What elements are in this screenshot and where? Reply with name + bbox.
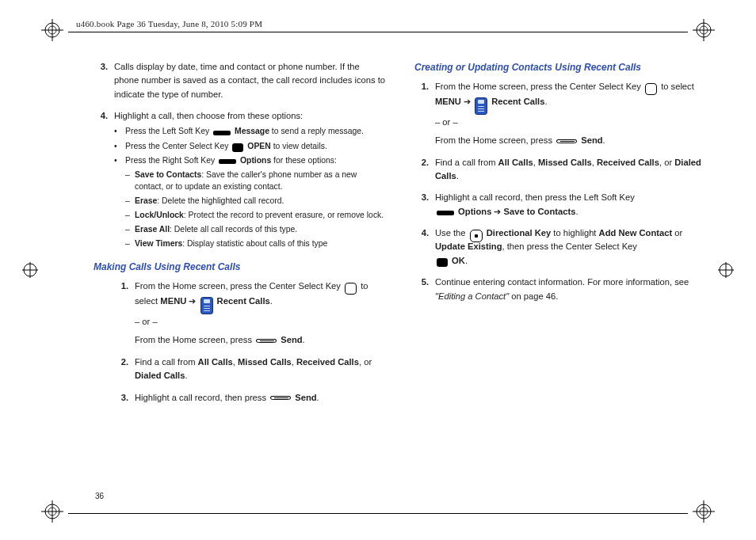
list-text: From the Home screen, press the Center S… bbox=[435, 80, 707, 148]
text: , or bbox=[659, 158, 674, 167]
dash-icon: – bbox=[125, 238, 135, 249]
bullet-item: • Press the Left Soft Key Message to sen… bbox=[114, 125, 386, 137]
list-item: 2. Find a call from All Calls, Missed Ca… bbox=[414, 156, 707, 184]
dash-icon: – bbox=[125, 195, 135, 207]
send-key-icon bbox=[556, 139, 577, 143]
list-item: 1. From the Home screen, press the Cente… bbox=[114, 280, 386, 348]
list-item: 2. Find a call from All Calls, Missed Ca… bbox=[114, 356, 386, 383]
left-soft-key-icon bbox=[213, 131, 231, 135]
recent-calls-app-icon bbox=[475, 97, 487, 115]
text: : Delete all call records of this type. bbox=[170, 225, 297, 234]
label: Directional Key bbox=[484, 228, 552, 238]
arrow-icon: ➔ bbox=[494, 207, 503, 216]
bullet-item: • Press the Center Select Key OPEN to vi… bbox=[114, 140, 386, 152]
bullet-icon: • bbox=[114, 154, 125, 166]
text: Save to Contacts: Save the caller's phon… bbox=[135, 169, 386, 192]
text: . bbox=[575, 207, 578, 216]
list-text: Find a call from All Calls, Missed Calls… bbox=[435, 156, 707, 184]
list-number: 2. bbox=[414, 156, 435, 184]
list-text: Use the Directional Key to highlight Add… bbox=[435, 226, 707, 268]
registration-mark-icon bbox=[693, 500, 715, 523]
list-item: 5. Continue entering contact information… bbox=[414, 276, 707, 303]
text: Press the Center Select Key bbox=[125, 142, 231, 150]
text: : Protect the record to prevent erasure,… bbox=[184, 211, 384, 219]
label: Message bbox=[232, 127, 269, 135]
text: . bbox=[465, 256, 468, 265]
text: to highlight bbox=[551, 228, 598, 238]
label: Erase All bbox=[135, 225, 170, 234]
list-item: 4. Use the Directional Key to highlight … bbox=[414, 226, 707, 268]
label: Send bbox=[578, 135, 602, 145]
list-text: Highlight a call record, then press the … bbox=[435, 191, 707, 219]
right-column: Creating or Updating Contacts Using Rece… bbox=[414, 60, 707, 489]
left-soft-key-icon bbox=[437, 211, 454, 215]
text: on page 46. bbox=[509, 291, 558, 301]
text: Lock/Unlock: Protect the record to preve… bbox=[135, 209, 386, 221]
list-number: 3. bbox=[414, 191, 435, 219]
dash-item: –Save to Contacts: Save the caller's pho… bbox=[125, 169, 386, 192]
label: OPEN bbox=[245, 142, 270, 150]
list-number: 2. bbox=[114, 356, 135, 383]
text: , or bbox=[359, 357, 372, 367]
print-footer-bar bbox=[41, 500, 715, 523]
rule-line bbox=[68, 513, 688, 514]
list-item: 4. Highlight a call, then choose from th… bbox=[94, 109, 386, 252]
list-text: From the Home screen, press the Center S… bbox=[135, 280, 386, 348]
registration-mark-icon bbox=[41, 19, 63, 41]
list-number: 5. bbox=[414, 276, 435, 303]
center-select-key-icon bbox=[645, 83, 657, 95]
text: Press the Right Soft Key bbox=[125, 156, 217, 165]
label: View Timers bbox=[135, 239, 182, 248]
text: Press the Left Soft Key bbox=[125, 127, 212, 135]
left-column: 3. Calls display by date, time and conta… bbox=[94, 60, 386, 489]
bullet-item: • Press the Right Soft Key Options for t… bbox=[114, 154, 386, 166]
text: Highlight a call record, then press the … bbox=[435, 192, 635, 202]
dash-icon: – bbox=[125, 169, 135, 192]
center-select-key-icon bbox=[232, 143, 243, 152]
right-soft-key-icon bbox=[219, 159, 236, 164]
label: Send bbox=[278, 335, 302, 344]
list-number: 3. bbox=[94, 60, 114, 101]
dash-item: –Lock/Unlock: Protect the record to prev… bbox=[125, 209, 386, 221]
list-text: Highlight a call record, then press Send… bbox=[135, 391, 386, 405]
send-key-icon bbox=[270, 396, 291, 400]
text: to send a reply message. bbox=[269, 127, 364, 135]
list-number: 1. bbox=[114, 280, 135, 348]
text: From the Home screen, press the Center S… bbox=[435, 82, 643, 91]
dash-item: –Erase: Delete the highlighted call reco… bbox=[125, 195, 386, 207]
cross-reference: "Editing a Contact" bbox=[435, 291, 509, 301]
label: Missed Calls bbox=[538, 158, 592, 167]
registration-mark-icon bbox=[693, 19, 715, 41]
directional-key-icon bbox=[470, 230, 483, 242]
label: Options bbox=[456, 207, 494, 216]
send-key-icon bbox=[256, 339, 277, 343]
list-number: 3. bbox=[114, 391, 135, 405]
text: to select bbox=[661, 82, 694, 91]
text: From the Home screen, press bbox=[135, 335, 254, 344]
label: Recent Calls bbox=[489, 97, 544, 106]
text: to view details. bbox=[271, 142, 327, 150]
label: Update Existing bbox=[435, 241, 502, 251]
label: Missed Calls bbox=[238, 357, 292, 367]
dash-item: –Erase All: Delete all call records of t… bbox=[125, 223, 386, 235]
text: for these options: bbox=[271, 156, 337, 165]
text: Find a call from bbox=[435, 158, 498, 167]
label: MENU bbox=[435, 97, 461, 106]
list-number: 4. bbox=[94, 109, 114, 252]
list-item: 3. Calls display by date, time and conta… bbox=[94, 60, 386, 101]
registration-mark-icon bbox=[718, 262, 734, 278]
registration-mark-icon bbox=[41, 500, 63, 523]
text: , then press the Center Select Key bbox=[502, 241, 637, 251]
list-number: 4. bbox=[414, 226, 435, 268]
list-item: 3. Highlight a call record, then press t… bbox=[414, 191, 707, 219]
label: Options bbox=[238, 156, 271, 165]
label: Erase bbox=[135, 196, 157, 205]
text: Erase All: Delete all call records of th… bbox=[135, 223, 386, 235]
label: Send bbox=[292, 393, 316, 402]
text: or bbox=[672, 228, 682, 238]
text: . bbox=[317, 393, 319, 402]
label: Add New Contact bbox=[599, 228, 673, 238]
or-divider: – or – bbox=[435, 116, 707, 129]
list-text: Calls display by date, time and contact … bbox=[114, 60, 386, 101]
text: Continue entering contact information. F… bbox=[435, 277, 689, 287]
